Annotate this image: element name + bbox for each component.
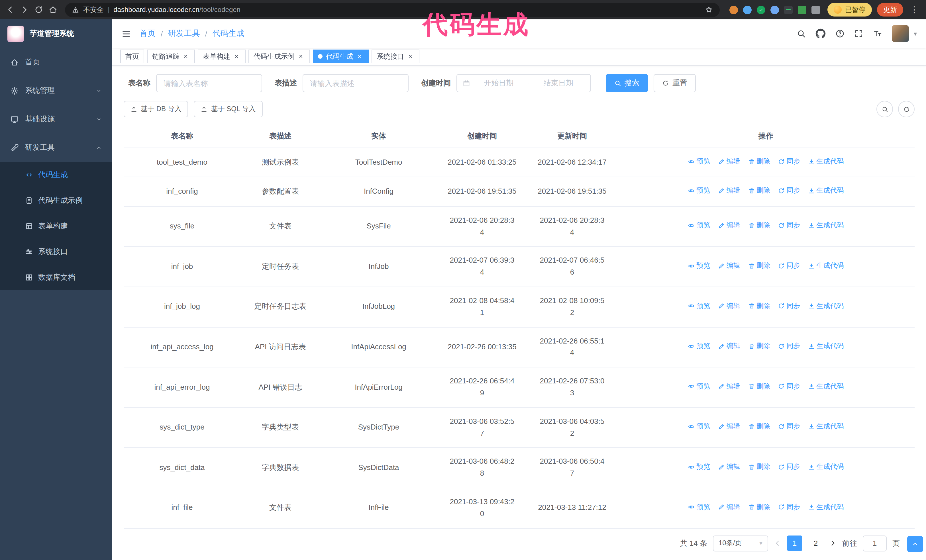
- font-size-icon[interactable]: [873, 29, 882, 38]
- update-button[interactable]: 更新: [877, 3, 903, 17]
- generate-code-link[interactable]: 生成代码: [808, 260, 844, 271]
- close-icon[interactable]: ×: [406, 53, 414, 60]
- tag-codegen-example[interactable]: 代码生成示例×: [248, 50, 310, 63]
- import-db-button[interactable]: 基于 DB 导入: [124, 101, 188, 117]
- edit-link[interactable]: 编辑: [718, 462, 740, 472]
- breadcrumb-parent[interactable]: 研发工具: [168, 29, 200, 39]
- edit-link[interactable]: 编辑: [718, 186, 740, 196]
- sidebar-item-system-api[interactable]: 系统接口: [0, 239, 112, 264]
- delete-link[interactable]: 删除: [748, 220, 770, 231]
- sync-link[interactable]: 同步: [778, 300, 800, 311]
- edit-link[interactable]: 编辑: [718, 341, 740, 352]
- edit-link[interactable]: 编辑: [718, 220, 740, 231]
- tag-form-builder[interactable]: 表单构建×: [198, 50, 246, 63]
- page-size-select[interactable]: 10条/页 ▾: [713, 535, 768, 551]
- date-range-picker[interactable]: 开始日期 - 结束日期: [457, 74, 591, 92]
- search-button[interactable]: 搜索: [606, 74, 648, 92]
- generate-code-link[interactable]: 生成代码: [808, 156, 844, 167]
- github-icon[interactable]: [816, 29, 826, 39]
- delete-link[interactable]: 删除: [748, 341, 770, 352]
- edit-link[interactable]: 编辑: [718, 381, 740, 392]
- sidebar-item-codegen[interactable]: 代码生成: [0, 162, 112, 187]
- delete-link[interactable]: 删除: [748, 502, 770, 512]
- sync-link[interactable]: 同步: [778, 502, 800, 512]
- close-icon[interactable]: ×: [233, 53, 241, 60]
- tag-trace[interactable]: 链路追踪×: [147, 50, 195, 63]
- bookmark-star-icon[interactable]: [705, 6, 713, 14]
- preview-link[interactable]: 预览: [688, 300, 710, 311]
- sync-link[interactable]: 同步: [778, 260, 800, 271]
- edit-link[interactable]: 编辑: [718, 300, 740, 311]
- extension-icon[interactable]: [743, 5, 752, 14]
- delete-link[interactable]: 删除: [748, 462, 770, 472]
- reset-button[interactable]: 重置: [654, 74, 696, 92]
- delete-link[interactable]: 删除: [748, 381, 770, 392]
- table-desc-input[interactable]: [303, 74, 409, 92]
- sidebar-item-dev-tools[interactable]: 研发工具: [0, 133, 112, 162]
- preview-link[interactable]: 预览: [688, 421, 710, 432]
- goto-page-input[interactable]: [863, 535, 887, 551]
- toggle-search-button[interactable]: [876, 101, 893, 117]
- sync-link[interactable]: 同步: [778, 341, 800, 352]
- sync-link[interactable]: 同步: [778, 220, 800, 231]
- refresh-table-button[interactable]: [898, 101, 915, 117]
- prev-page-icon[interactable]: [774, 539, 781, 547]
- close-icon[interactable]: ×: [297, 53, 305, 60]
- close-icon[interactable]: ×: [356, 53, 363, 60]
- reload-icon[interactable]: [34, 5, 43, 14]
- delete-link[interactable]: 删除: [748, 260, 770, 271]
- delete-link[interactable]: 删除: [748, 421, 770, 432]
- tag-home[interactable]: 首页: [120, 50, 144, 63]
- sidebar-item-codegen-example[interactable]: 代码生成示例: [0, 187, 112, 213]
- sidebar-item-form-builder[interactable]: 表单构建: [0, 213, 112, 239]
- extensions-puzzle-icon[interactable]: [811, 5, 820, 14]
- preview-link[interactable]: 预览: [688, 260, 710, 271]
- preview-link[interactable]: 预览: [688, 462, 710, 472]
- hamburger-icon[interactable]: [121, 29, 131, 38]
- edit-link[interactable]: 编辑: [718, 156, 740, 167]
- delete-link[interactable]: 删除: [748, 156, 770, 167]
- generate-code-link[interactable]: 生成代码: [808, 502, 844, 512]
- generate-code-link[interactable]: 生成代码: [808, 220, 844, 231]
- breadcrumb-home[interactable]: 首页: [139, 29, 156, 39]
- preview-link[interactable]: 预览: [688, 156, 710, 167]
- preview-link[interactable]: 预览: [688, 186, 710, 196]
- delete-link[interactable]: 删除: [748, 300, 770, 311]
- sync-link[interactable]: 同步: [778, 186, 800, 196]
- preview-link[interactable]: 预览: [688, 341, 710, 352]
- sidebar-item-system-management[interactable]: 系统管理: [0, 76, 112, 105]
- browser-home-icon[interactable]: [48, 5, 57, 14]
- next-page-icon[interactable]: [829, 539, 837, 547]
- extension-icon[interactable]: [757, 5, 765, 14]
- delete-link[interactable]: 删除: [748, 186, 770, 196]
- address-bar[interactable]: 不安全 | dashboard.yudao.iocoder.cn/tool/co…: [65, 3, 720, 17]
- browser-menu-icon[interactable]: ⋮: [908, 5, 920, 15]
- table-name-input[interactable]: [156, 74, 262, 92]
- forward-icon[interactable]: [20, 5, 29, 14]
- sidebar-item-infrastructure[interactable]: 基础设施: [0, 105, 112, 133]
- close-icon[interactable]: ×: [182, 53, 190, 60]
- back-icon[interactable]: [6, 5, 15, 14]
- edit-link[interactable]: 编辑: [718, 502, 740, 512]
- extension-icon[interactable]: [729, 5, 738, 14]
- tag-codegen[interactable]: 代码生成×: [313, 50, 369, 63]
- edit-link[interactable]: 编辑: [718, 421, 740, 432]
- sync-link[interactable]: 同步: [778, 156, 800, 167]
- header-search-icon[interactable]: [797, 29, 806, 38]
- user-avatar[interactable]: [892, 25, 909, 42]
- sidebar-item-home[interactable]: 首页: [0, 48, 112, 76]
- back-to-top-button[interactable]: [907, 536, 923, 552]
- edit-link[interactable]: 编辑: [718, 260, 740, 271]
- sync-link[interactable]: 同步: [778, 462, 800, 472]
- generate-code-link[interactable]: 生成代码: [808, 341, 844, 352]
- app-logo[interactable]: 芋道管理系统: [0, 20, 112, 48]
- sync-link[interactable]: 同步: [778, 421, 800, 432]
- sync-paused-badge[interactable]: 已暂停: [828, 3, 872, 17]
- generate-code-link[interactable]: 生成代码: [808, 186, 844, 196]
- help-icon[interactable]: [836, 29, 845, 38]
- import-sql-button[interactable]: 基于 SQL 导入: [194, 101, 262, 117]
- avatar-caret-icon[interactable]: ▾: [914, 30, 917, 37]
- page-2-button[interactable]: 2: [808, 536, 823, 551]
- generate-code-link[interactable]: 生成代码: [808, 421, 844, 432]
- sync-link[interactable]: 同步: [778, 381, 800, 392]
